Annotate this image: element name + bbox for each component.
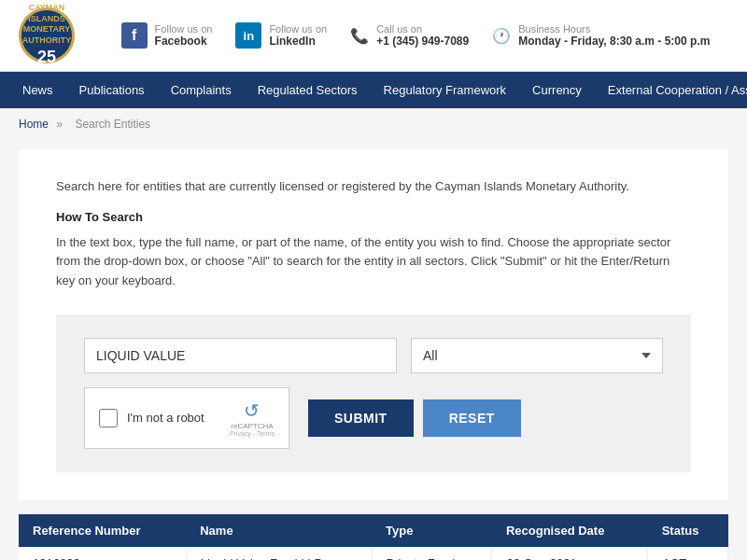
- cell-type: Private Fund: [372, 547, 492, 560]
- hours-value: Monday - Friday, 8:30 a.m - 5:00 p.m: [518, 35, 710, 48]
- facebook-icon: f: [121, 22, 148, 49]
- facebook-contact: f Follow us on Facebook: [121, 22, 213, 49]
- nav-regulatory-framework[interactable]: Regulatory Framework: [371, 72, 520, 108]
- table-header-row: Reference Number Name Type Recognised Da…: [19, 514, 728, 547]
- recaptcha-icon: ↺: [244, 399, 260, 422]
- table-row: 1916832 Liquid Value Fund I LP Private F…: [19, 547, 728, 560]
- results-section: Reference Number Name Type Recognised Da…: [19, 514, 728, 560]
- col-reference: Reference Number: [19, 514, 186, 547]
- nav-external-cooperation[interactable]: External Cooperation / Assessments: [595, 72, 747, 108]
- search-row: All Banking Insurance Funds Securities: [84, 338, 663, 373]
- reset-button[interactable]: RESET: [423, 399, 521, 437]
- phone-value: +1 (345) 949-7089: [376, 35, 469, 48]
- nav-currency[interactable]: Currency: [519, 72, 595, 108]
- sector-select[interactable]: All Banking Insurance Funds Securities: [411, 338, 663, 373]
- main-nav: News Publications Complaints Regulated S…: [0, 72, 747, 108]
- logo-image: CAYMAN ISLANDSMONETARYAUTHORITY25: [19, 7, 75, 63]
- col-type: Type: [372, 514, 492, 547]
- facebook-label: Follow us on: [155, 23, 213, 35]
- col-name: Name: [186, 514, 372, 547]
- submit-button[interactable]: SUBMIT: [308, 399, 414, 437]
- cell-status: ACT: [648, 547, 728, 560]
- hours-contact: 🕐 Business Hours Monday - Friday, 8:30 a…: [492, 23, 710, 48]
- col-recognised-date: Recognised Date: [492, 514, 648, 547]
- cell-name: Liquid Value Fund I LP: [186, 547, 372, 560]
- recaptcha-logo: ↺ reCAPTCHA Privacy - Terms: [230, 399, 275, 437]
- nav-publications[interactable]: Publications: [66, 72, 158, 108]
- hours-label: Business Hours: [518, 23, 710, 35]
- recaptcha-privacy: Privacy - Terms: [230, 430, 275, 437]
- captcha-label: I'm not a robot: [127, 411, 204, 425]
- nav-regulated-sectors[interactable]: Regulated Sectors: [245, 72, 371, 108]
- buttons-group: SUBMIT RESET: [308, 399, 521, 437]
- header-contacts: f Follow us on Facebook in Follow us on …: [103, 22, 728, 49]
- col-status: Status: [648, 514, 728, 547]
- search-form: All Banking Insurance Funds Securities I…: [56, 315, 691, 472]
- page-header: CAYMAN ISLANDSMONETARYAUTHORITY25 f Foll…: [0, 0, 747, 72]
- captcha-checkbox[interactable]: [99, 409, 118, 427]
- facebook-platform: Facebook: [155, 35, 213, 48]
- recaptcha-text: reCAPTCHA: [231, 422, 273, 430]
- how-to-title: How To Search: [56, 210, 691, 224]
- clock-icon: 🕐: [492, 27, 511, 45]
- nav-news[interactable]: News: [9, 72, 66, 108]
- linkedin-contact: in Follow us on LinkedIn: [235, 22, 327, 49]
- results-table: Reference Number Name Type Recognised Da…: [19, 514, 728, 560]
- linkedin-label: Follow us on: [269, 23, 327, 35]
- breadcrumb-home[interactable]: Home: [19, 118, 49, 131]
- entity-search-input[interactable]: [84, 338, 397, 373]
- captcha-box: I'm not a robot ↺ reCAPTCHA Privacy - Te…: [84, 387, 289, 449]
- logo: CAYMAN ISLANDSMONETARYAUTHORITY25: [19, 7, 75, 63]
- linkedin-icon: in: [235, 22, 261, 49]
- how-to-text: In the text box, type the full name, or …: [56, 233, 691, 291]
- nav-complaints[interactable]: Complaints: [158, 72, 245, 108]
- breadcrumb-current: Search Entities: [75, 118, 150, 131]
- linkedin-platform: LinkedIn: [269, 35, 327, 48]
- cell-recognised-date: 30-Sep-2021: [492, 547, 648, 560]
- phone-icon: 📞: [350, 27, 369, 45]
- logo-text: CAYMAN ISLANDSMONETARYAUTHORITY25: [21, 3, 72, 68]
- phone-label: Call us on: [376, 23, 469, 35]
- search-description: Search here for entities that are curren…: [56, 177, 691, 196]
- cell-reference: 1916832: [19, 547, 186, 560]
- phone-contact: 📞 Call us on +1 (345) 949-7089: [350, 23, 469, 48]
- main-content: Search here for entities that are curren…: [19, 149, 728, 500]
- breadcrumb-separator: »: [56, 118, 63, 131]
- captcha-buttons-row: I'm not a robot ↺ reCAPTCHA Privacy - Te…: [84, 387, 663, 449]
- breadcrumb: Home » Search Entities: [0, 108, 747, 140]
